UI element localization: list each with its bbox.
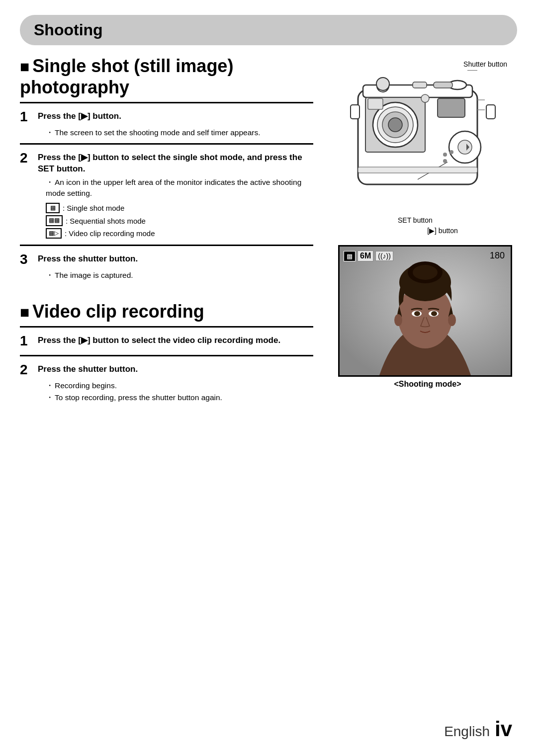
footer-language: English: [444, 724, 490, 740]
monitor-container: ▩ 6M ((♪)) 180: [338, 245, 512, 377]
video-step2-instruction: Press the shutter button.: [38, 361, 313, 375]
video-step2-number: 2: [20, 361, 38, 378]
video-step1-instruction: Press the [▶] button to select the video…: [38, 333, 313, 346]
svg-point-34: [431, 311, 437, 316]
video-step2-header: 2 Press the shutter button.: [20, 361, 313, 378]
megapixel-indicator: 6M: [358, 251, 373, 261]
video-clip-icon: ▩▷: [46, 228, 62, 239]
svg-rect-18: [434, 82, 452, 88]
section2-title: Video clip recording: [20, 301, 313, 322]
svg-point-16: [376, 78, 389, 90]
step3-bullet-1: The image is captured.: [46, 270, 313, 281]
sound-icon: ((♪)): [375, 251, 393, 261]
step2-instruction: Press the [▶] button to select the singl…: [38, 150, 313, 175]
recording-mode-icon: ▩: [344, 251, 356, 261]
svg-rect-17: [413, 82, 427, 88]
step3-container: 3 Press the shutter button. The image is…: [20, 245, 313, 285]
shutter-button-label: Shutter button: [328, 60, 517, 68]
mode-icon-sequential: ▩▩ : Sequential shots mode: [46, 215, 313, 226]
step3-instruction: Press the shutter button.: [38, 251, 313, 265]
mode-icon-video: ▩▷ : Video clip recording mode: [46, 228, 313, 239]
single-shot-label: : Single shot mode: [63, 204, 124, 212]
svg-point-24: [443, 153, 447, 157]
video-step2-bullet-1: Recording begins.: [46, 380, 313, 391]
video-step1-header: 1 Press the [▶] button to select the vid…: [20, 333, 313, 349]
svg-rect-23: [486, 105, 495, 119]
footer-page: iv: [495, 717, 512, 741]
step3-bullets: The image is captured.: [46, 270, 313, 281]
forward-button-label: [▶] button: [368, 226, 517, 235]
set-button-label: SET button: [398, 216, 433, 224]
svg-rect-9: [368, 98, 383, 109]
video-step2-container: 2 Press the shutter button. Recording be…: [20, 355, 313, 408]
step1-number: 1: [20, 108, 38, 125]
sequential-shot-icon: ▩▩: [46, 215, 63, 226]
portrait-svg: [340, 247, 511, 375]
monitor-area: ▩ 6M ((♪)) 180 <Shooting mode>: [333, 245, 517, 389]
mode-icon-single: ▩ : Single shot mode: [46, 203, 313, 214]
step2-bullet-1: An icon in the upper left area of the mo…: [46, 177, 313, 198]
step1-bullet-1: The screen to set the shooting mode and …: [46, 127, 313, 138]
svg-point-33: [414, 311, 420, 316]
portrait-background: [340, 247, 511, 375]
svg-point-26: [443, 159, 447, 163]
svg-point-38: [413, 265, 438, 280]
video-step1-container: 1 Press the [▶] button to select the vid…: [20, 326, 313, 355]
video-step2-bullets: Recording begins. To stop recording, pre…: [46, 380, 313, 403]
step2-number: 2: [20, 150, 38, 167]
section1-title: Single shot (still image) photography: [20, 55, 313, 98]
right-column: Shutter button: [328, 45, 517, 408]
video-step1-number: 1: [20, 333, 38, 349]
svg-rect-19: [358, 167, 477, 173]
shot-count: 180: [490, 251, 505, 261]
mode-icons: ▩ : Single shot mode ▩▩ : Sequential sho…: [46, 203, 313, 239]
shooting-banner-title: Shooting: [34, 21, 103, 39]
video-step2-bullet-2: To stop recording, press the shutter but…: [46, 392, 313, 403]
step2-bullets: An icon in the upper left area of the mo…: [46, 177, 313, 198]
sequential-shot-label: : Sequential shots mode: [66, 217, 146, 225]
page-footer: English iv: [444, 717, 512, 741]
svg-point-25: [449, 150, 453, 154]
shooting-mode-caption: <Shooting mode>: [338, 380, 517, 389]
step3-number: 3: [20, 251, 38, 268]
svg-point-12: [458, 140, 472, 154]
camera-svg: [338, 70, 507, 224]
svg-point-8: [388, 118, 402, 132]
svg-point-36: [448, 314, 456, 326]
main-content: Single shot (still image) photography 1 …: [20, 45, 517, 408]
single-shot-icon: ▩: [46, 203, 60, 214]
svg-rect-22: [351, 105, 359, 119]
step3-header: 3 Press the shutter button.: [20, 251, 313, 268]
camera-diagram: Shutter button: [328, 60, 517, 235]
step1-instruction: Press the [▶] button.: [38, 108, 313, 122]
step2-container: 2 Press the [▶] button to select the sin…: [20, 143, 313, 245]
svg-rect-10: [438, 98, 465, 117]
section1-title-square: [20, 56, 32, 76]
section2-title-square: [20, 301, 32, 322]
svg-point-27: [421, 94, 429, 102]
step2-header: 2 Press the [▶] button to select the sin…: [20, 150, 313, 175]
monitor-overlay: ▩ 6M ((♪)): [344, 251, 393, 261]
left-column: Single shot (still image) photography 1 …: [20, 45, 328, 408]
step1-container: 1 Press the [▶] button. The screen to se…: [20, 102, 313, 143]
step1-header: 1 Press the [▶] button.: [20, 108, 313, 125]
video-clip-label: : Video clip recording mode: [65, 229, 155, 238]
step1-bullets: The screen to set the shooting mode and …: [46, 127, 313, 138]
svg-point-35: [394, 314, 402, 326]
shooting-banner: Shooting: [20, 15, 517, 45]
